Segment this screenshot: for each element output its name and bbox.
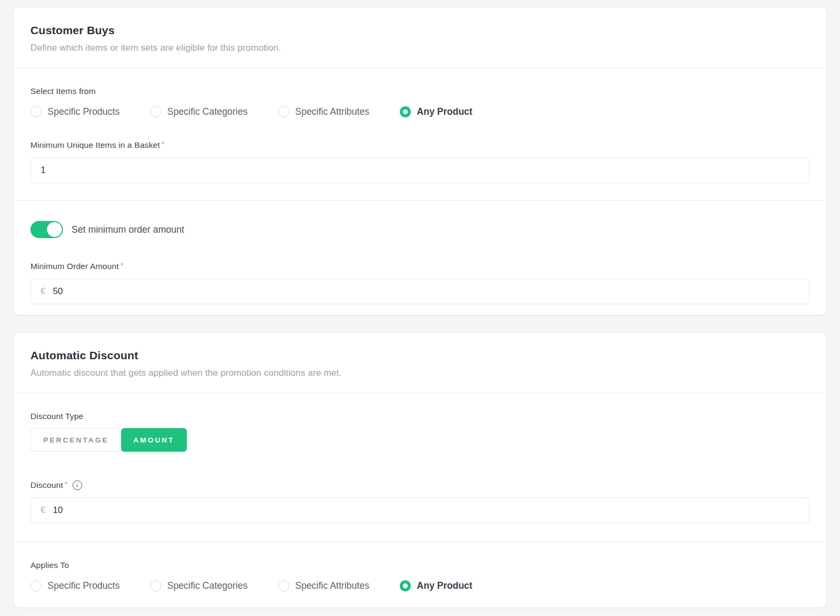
toggle-knob-icon bbox=[47, 222, 62, 237]
min-order-toggle-label: Set minimum order amount bbox=[72, 224, 184, 235]
automatic-discount-header: Automatic Discount Automatic discount th… bbox=[13, 333, 827, 393]
min-unique-items-input[interactable] bbox=[41, 165, 799, 176]
radio-unselected-icon bbox=[150, 106, 161, 117]
card-title: Automatic Discount bbox=[30, 349, 810, 362]
spacer bbox=[30, 452, 810, 480]
applies-to-section: Applies To Specific Products Specific Ca… bbox=[13, 542, 827, 607]
radio-selected-icon bbox=[400, 106, 411, 117]
promotion-form-page: Customer Buys Define which items or item… bbox=[0, 0, 840, 607]
radio-label: Any Product bbox=[417, 106, 472, 117]
min-order-amount-input-wrap: € bbox=[30, 279, 810, 304]
select-items-section: Select Items from Specific Products Spec… bbox=[13, 68, 827, 200]
discount-type-segmented-control: PERCENTAGE AMOUNT bbox=[30, 428, 187, 452]
card-title: Customer Buys bbox=[30, 24, 810, 37]
discount-type-label: Discount Type bbox=[30, 412, 810, 421]
discount-config-section: Discount Type PERCENTAGE AMOUNT Discount… bbox=[13, 393, 827, 542]
radio-unselected-icon bbox=[30, 106, 42, 117]
radio-any-product[interactable]: Any Product bbox=[400, 580, 472, 591]
radio-unselected-icon bbox=[278, 106, 289, 117]
min-order-amount-field: € bbox=[30, 279, 810, 304]
select-items-from-label: Select Items from bbox=[30, 86, 810, 96]
min-order-amount-toggle[interactable] bbox=[30, 221, 63, 238]
min-order-toggle-row: Set minimum order amount bbox=[30, 219, 810, 243]
discount-field: € bbox=[30, 497, 810, 523]
radio-specific-products[interactable]: Specific Products bbox=[30, 580, 120, 591]
automatic-discount-card: Automatic Discount Automatic discount th… bbox=[13, 333, 827, 607]
radio-label: Specific Attributes bbox=[295, 580, 369, 591]
radio-specific-categories[interactable]: Specific Categories bbox=[150, 106, 248, 117]
radio-specific-attributes[interactable]: Specific Attributes bbox=[278, 580, 369, 591]
min-order-amount-label: Minimum Order Amount bbox=[30, 262, 810, 271]
card-subtitle: Automatic discount that gets applied whe… bbox=[30, 368, 810, 378]
min-unique-items-field bbox=[30, 157, 810, 183]
radio-unselected-icon bbox=[30, 580, 42, 591]
applies-to-label: Applies To bbox=[30, 560, 810, 570]
radio-label: Any Product bbox=[417, 580, 472, 591]
radio-specific-attributes[interactable]: Specific Attributes bbox=[278, 106, 369, 117]
min-order-amount-input[interactable] bbox=[53, 286, 799, 297]
discount-input[interactable] bbox=[53, 505, 799, 516]
spacer bbox=[30, 117, 810, 140]
info-icon[interactable] bbox=[73, 480, 82, 490]
euro-currency-icon: € bbox=[41, 506, 45, 515]
radio-label: Specific Categories bbox=[167, 106, 248, 117]
radio-label: Specific Attributes bbox=[295, 106, 369, 117]
discount-label-row: Discount bbox=[30, 480, 810, 490]
discount-label: Discount bbox=[30, 480, 68, 490]
spacer bbox=[30, 243, 810, 262]
euro-currency-icon: € bbox=[41, 287, 45, 296]
percentage-button[interactable]: PERCENTAGE bbox=[30, 428, 122, 452]
radio-specific-products[interactable]: Specific Products bbox=[30, 106, 120, 117]
min-unique-items-label: Minimum Unique Items in a Basket bbox=[30, 140, 810, 150]
select-items-radio-group: Specific Products Specific Categories Sp… bbox=[30, 106, 810, 117]
customer-buys-card: Customer Buys Define which items or item… bbox=[13, 7, 827, 315]
radio-label: Specific Categories bbox=[167, 580, 248, 591]
radio-unselected-icon bbox=[150, 580, 161, 591]
min-unique-items-input-wrap bbox=[30, 157, 810, 183]
radio-any-product[interactable]: Any Product bbox=[400, 106, 472, 117]
radio-specific-categories[interactable]: Specific Categories bbox=[150, 580, 248, 591]
discount-input-wrap: € bbox=[30, 497, 810, 523]
card-subtitle: Define which items or item sets are elig… bbox=[30, 43, 810, 53]
radio-label: Specific Products bbox=[47, 106, 120, 117]
min-order-section: Set minimum order amount Minimum Order A… bbox=[13, 200, 827, 315]
customer-buys-header: Customer Buys Define which items or item… bbox=[13, 7, 827, 68]
radio-unselected-icon bbox=[278, 580, 289, 591]
applies-to-radio-group: Specific Products Specific Categories Sp… bbox=[30, 580, 810, 591]
amount-button[interactable]: AMOUNT bbox=[121, 428, 187, 452]
radio-selected-icon bbox=[400, 580, 411, 591]
radio-label: Specific Products bbox=[47, 580, 120, 591]
